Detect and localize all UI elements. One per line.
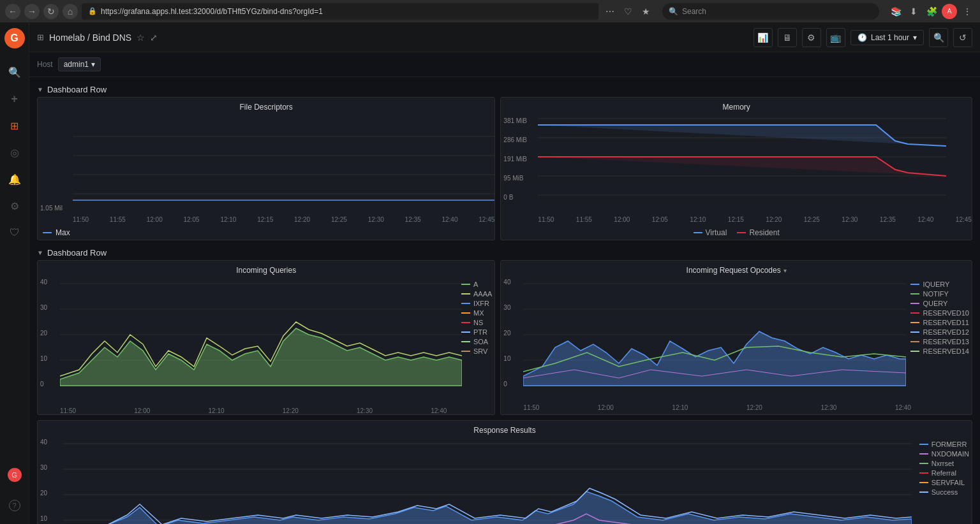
grafana-logo[interactable]: G bbox=[4, 28, 25, 48]
legend-nxrrset: Nxrrset bbox=[919, 460, 969, 467]
grid-icon: ⊞ bbox=[37, 33, 44, 42]
gear-icon: ⚙ bbox=[10, 200, 19, 212]
breadcrumb-text: Homelab / Bind DNS bbox=[49, 33, 131, 43]
sidebar-item-explore[interactable]: ◎ bbox=[3, 141, 26, 164]
legend-srv: SRV bbox=[461, 347, 492, 355]
home-button[interactable]: ⌂ bbox=[63, 4, 78, 19]
dashboard-row-2: ▼ Dashboard Row Incoming Queries 40 30 2… bbox=[37, 245, 972, 524]
legend-max-line bbox=[43, 232, 52, 233]
host-value: admin1 bbox=[64, 60, 89, 69]
y-95: 95 MiB bbox=[503, 175, 523, 182]
y-0b: 0 B bbox=[503, 194, 513, 201]
top-bar-actions: 📊 🖥 ⚙ 📺 🕐 Last 1 hour ▾ 🔍 bbox=[754, 28, 972, 47]
incoming-queries-chart bbox=[60, 277, 462, 389]
op-y40: 40 bbox=[503, 279, 510, 286]
opcodes-title: Incoming Request Opcodes bbox=[687, 266, 781, 275]
op-y30: 30 bbox=[503, 304, 510, 311]
search-icon: 🔍 bbox=[669, 7, 678, 16]
clock-icon: 🕐 bbox=[858, 33, 867, 42]
legend-ns: NS bbox=[461, 319, 492, 326]
legend-r12: RESERVED12 bbox=[910, 328, 969, 336]
browser-search-bar[interactable]: 🔍 Search bbox=[662, 3, 879, 20]
bookmark-btn[interactable]: ♡ bbox=[620, 4, 635, 19]
opcodes-panel: Incoming Request Opcodes ▾ 40 30 20 10 0 bbox=[500, 260, 972, 415]
main-content: ⊞ Homelab / Bind DNS ☆ ⤢ 📊 🖥 ⚙ 📺 bbox=[29, 23, 980, 524]
iq-y40: 40 bbox=[40, 279, 47, 286]
legend-ixfr: IXFR bbox=[461, 300, 492, 307]
iq-y10: 10 bbox=[40, 355, 47, 362]
back-button[interactable]: ← bbox=[5, 4, 20, 19]
opcodes-legend: IQUERY NOTIFY QUERY RESERVED10 RESERVED1… bbox=[910, 280, 969, 355]
sidebar-item-create[interactable]: + bbox=[3, 87, 26, 110]
bell-icon: 🔔 bbox=[8, 173, 21, 186]
opcodes-menu-icon[interactable]: ▾ bbox=[783, 267, 787, 274]
row-1-title: Dashboard Row bbox=[47, 85, 107, 94]
settings-icon: ⚙ bbox=[807, 33, 815, 43]
legend-r14: RESERVED14 bbox=[910, 347, 969, 355]
sidebar-item-help[interactable]: ? bbox=[3, 494, 26, 517]
legend-soa: SOA bbox=[461, 338, 492, 346]
fd-x-axis: 11:5011:5512:0012:0512:1012:1512:2012:25… bbox=[73, 216, 494, 223]
bookmarks-btn[interactable]: 📚 bbox=[888, 4, 903, 19]
file-descriptors-chart bbox=[73, 117, 495, 213]
legend-query: QUERY bbox=[910, 300, 969, 307]
logo-text: G bbox=[10, 33, 18, 44]
chart-btn[interactable]: 📊 bbox=[754, 28, 773, 47]
monitor-btn[interactable]: 🖥 bbox=[778, 28, 797, 47]
profile-btn[interactable]: A bbox=[942, 4, 957, 19]
virtual-line bbox=[694, 232, 702, 233]
sidebar-item-settings[interactable]: ⚙ bbox=[3, 194, 26, 217]
plus-icon: + bbox=[11, 92, 18, 106]
iq-legend: A AAAA IXFR MX NS PTR SOA SRV bbox=[461, 280, 492, 355]
legend-r11: RESERVED11 bbox=[910, 319, 969, 326]
op-x-axis: 11:5012:0012:1012:2012:3012:40 bbox=[523, 404, 911, 411]
sidebar-item-dashboards[interactable]: ⊞ bbox=[3, 114, 26, 137]
host-select[interactable]: admin1 ▾ bbox=[58, 57, 101, 71]
sidebar-item-shield[interactable]: 🛡 bbox=[3, 221, 26, 244]
virtual-label: Virtual bbox=[706, 228, 727, 237]
rr-legend: FORMERR NXDOMAIN Nxrrset Referral SERVFA… bbox=[919, 440, 969, 496]
time-picker[interactable]: 🕐 Last 1 hour ▾ bbox=[850, 30, 924, 45]
menu-btn[interactable]: ⋮ bbox=[960, 4, 975, 19]
legend-mx: MX bbox=[461, 309, 492, 317]
row-1-header[interactable]: ▼ Dashboard Row bbox=[37, 82, 972, 97]
y-label-fd: 1.05 Mil bbox=[40, 205, 63, 212]
sidebar-item-search[interactable]: 🔍 bbox=[3, 61, 26, 84]
top-bar: ⊞ Homelab / Bind DNS ☆ ⤢ 📊 🖥 ⚙ 📺 bbox=[29, 23, 980, 52]
share-icon[interactable]: ⤢ bbox=[150, 33, 158, 43]
settings-btn[interactable]: ⚙ bbox=[802, 28, 821, 47]
lock-icon: 🔒 bbox=[88, 7, 97, 15]
sidebar-item-alerting[interactable]: 🔔 bbox=[3, 168, 26, 191]
search-placeholder: Search bbox=[682, 7, 706, 16]
refresh-icon: ↺ bbox=[959, 33, 967, 43]
row-2-header[interactable]: ▼ Dashboard Row bbox=[37, 245, 972, 260]
host-label: Host bbox=[37, 60, 53, 69]
sidebar-item-user[interactable]: G bbox=[3, 463, 26, 486]
refresh-button[interactable]: ↻ bbox=[43, 4, 59, 19]
extensions-manager-btn[interactable]: 🧩 bbox=[924, 4, 939, 19]
search-icon: 🔍 bbox=[8, 66, 21, 78]
zoom-btn[interactable]: 🔍 bbox=[929, 28, 948, 47]
resident-line bbox=[737, 232, 746, 233]
breadcrumb: Homelab / Bind DNS bbox=[49, 33, 131, 43]
svg-marker-14 bbox=[60, 328, 462, 386]
downloads-btn[interactable]: ⬇ bbox=[906, 4, 921, 19]
iq-y0: 0 bbox=[40, 381, 44, 388]
legend-aaaa: AAAA bbox=[461, 290, 492, 298]
star-icon[interactable]: ☆ bbox=[137, 33, 145, 43]
star-btn[interactable]: ★ bbox=[638, 4, 653, 19]
legend-ptr: PTR bbox=[461, 328, 492, 336]
dropdown-arrow: ▾ bbox=[91, 60, 95, 69]
rr-y30: 30 bbox=[40, 464, 47, 471]
help-icon: ? bbox=[9, 500, 20, 511]
y-191: 191 MiB bbox=[503, 156, 527, 163]
url-bar[interactable]: 🔒 https://grafana.apps.hl.test:32000/d/b… bbox=[82, 3, 598, 20]
forward-button[interactable]: → bbox=[24, 4, 40, 19]
tv-btn[interactable]: 📺 bbox=[826, 28, 845, 47]
legend-referral: Referral bbox=[919, 469, 969, 477]
legend-success: Success bbox=[919, 488, 969, 496]
refresh-btn[interactable]: ↺ bbox=[953, 28, 972, 47]
iq-y30: 30 bbox=[40, 304, 47, 311]
extensions-btn[interactable]: ⋯ bbox=[602, 4, 618, 19]
legend-a: A bbox=[461, 280, 492, 288]
